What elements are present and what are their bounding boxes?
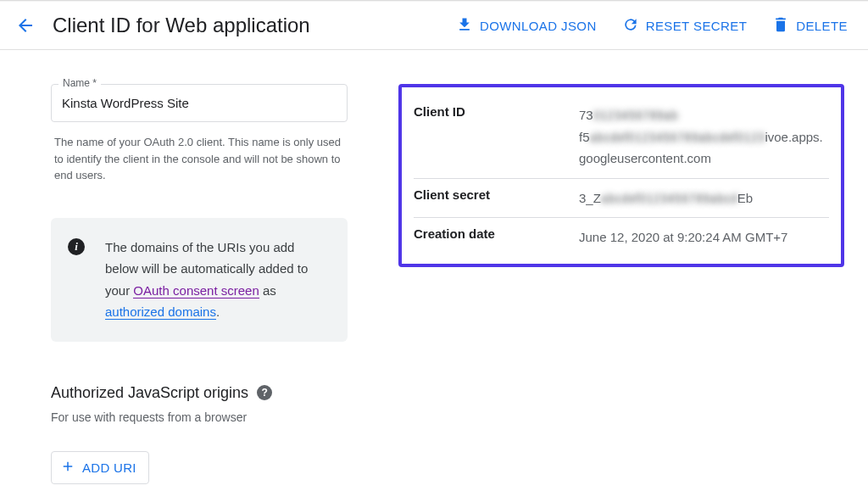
plus-icon	[60, 459, 75, 477]
refresh-icon	[622, 16, 639, 36]
page-header: Client ID for Web application DOWNLOAD J…	[0, 2, 868, 50]
authorized-domains-link[interactable]: authorized domains	[105, 304, 216, 320]
client-secret-value: 3_Zabcdef0123456789abcdEb	[579, 187, 829, 209]
content: Name * The name of your OAuth 2.0 client…	[0, 50, 868, 491]
client-secret-label: Client secret	[414, 187, 579, 209]
creation-date-value: June 12, 2020 at 9:20:24 AM GMT+7	[579, 226, 829, 248]
client-secret-row: Client secret 3_Zabcdef0123456789abcdEb	[414, 179, 829, 219]
js-origins-heading: Authorized JavaScript origins ?	[51, 384, 348, 402]
info-text: The domains of the URIs you add below wi…	[105, 237, 327, 323]
client-id-value: 730123456789ab f5abcdef0123456789abcdef0…	[579, 104, 829, 170]
back-arrow-icon[interactable]	[15, 15, 36, 36]
creation-date-label: Creation date	[414, 226, 579, 248]
js-origins-sub: For use with requests from a browser	[51, 410, 348, 424]
add-uri-label: ADD URI	[82, 460, 136, 475]
name-field-label: Name *	[58, 77, 101, 89]
client-id-row: Client ID 730123456789ab f5abcdef0123456…	[414, 96, 829, 179]
download-icon	[456, 16, 473, 36]
header-actions: DOWNLOAD JSON RESET SECRET DELETE	[456, 16, 848, 36]
name-field-help: The name of your OAuth 2.0 client. This …	[51, 127, 348, 184]
credentials-box: Client ID 730123456789ab f5abcdef0123456…	[398, 84, 844, 267]
name-field-wrap: Name *	[51, 84, 348, 122]
help-icon[interactable]: ?	[257, 385, 272, 400]
info-icon: i	[68, 238, 85, 255]
client-id-label: Client ID	[414, 104, 579, 170]
trash-icon	[772, 16, 789, 36]
creation-date-row: Creation date June 12, 2020 at 9:20:24 A…	[414, 218, 829, 257]
reset-secret-button[interactable]: RESET SECRET	[622, 16, 748, 36]
delete-button[interactable]: DELETE	[772, 16, 848, 36]
reset-secret-label: RESET SECRET	[646, 19, 748, 33]
info-box: i The domains of the URIs you add below …	[51, 218, 348, 342]
name-input[interactable]	[51, 84, 348, 122]
download-json-button[interactable]: DOWNLOAD JSON	[456, 16, 597, 36]
js-origins-title: Authorized JavaScript origins	[51, 384, 248, 402]
delete-label: DELETE	[796, 19, 848, 33]
left-column: Name * The name of your OAuth 2.0 client…	[51, 84, 348, 484]
download-json-label: DOWNLOAD JSON	[480, 19, 597, 33]
page-title: Client ID for Web application	[53, 14, 310, 37]
add-uri-button[interactable]: ADD URI	[51, 451, 149, 484]
right-column: Client ID 730123456789ab f5abcdef0123456…	[398, 84, 844, 267]
oauth-consent-link[interactable]: OAuth consent screen	[133, 283, 259, 299]
